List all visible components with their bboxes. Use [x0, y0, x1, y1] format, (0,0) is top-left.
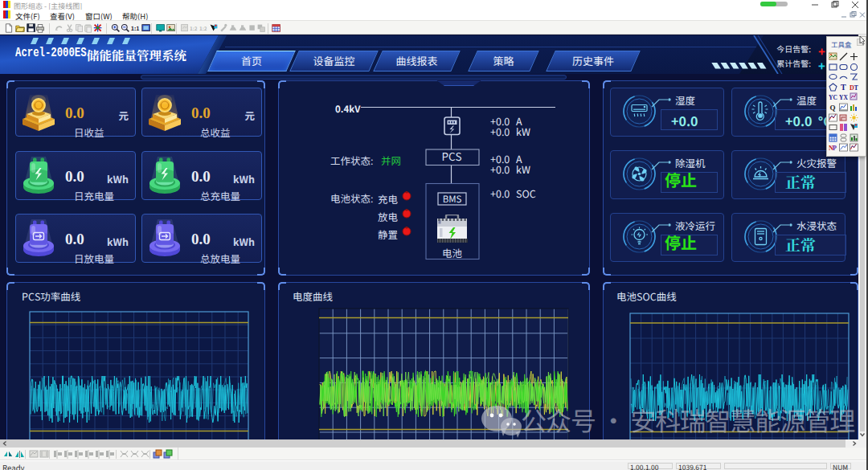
svg-text:Q: Q [830, 104, 836, 112]
svg-text:1:1: 1:1 [131, 24, 140, 32]
svg-text:1:2: 1:2 [190, 25, 198, 32]
svg-text:T: T [854, 84, 859, 91]
svg-text:1:2: 1:2 [199, 25, 207, 32]
svg-text:YC: YC [829, 94, 837, 101]
svg-text:P: P [833, 145, 837, 152]
svg-text:T: T [841, 83, 846, 92]
svg-text:YX: YX [839, 94, 848, 101]
